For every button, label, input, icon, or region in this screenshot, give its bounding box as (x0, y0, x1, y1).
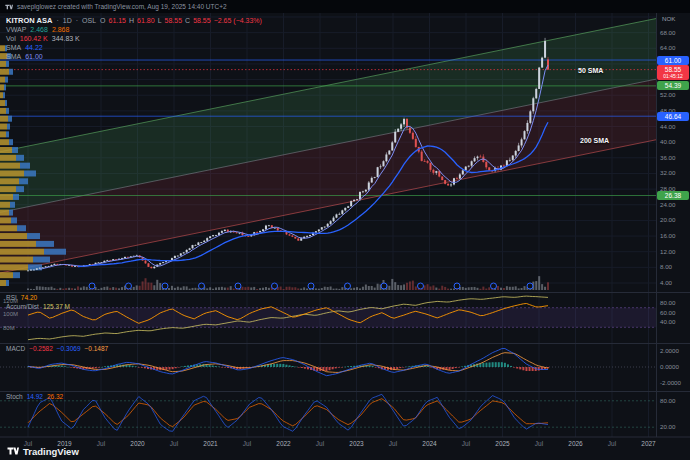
indicator-value: 74.20 (21, 294, 37, 302)
price-badge-value: 54.39 (657, 81, 689, 90)
indicator-value: 61.00 (25, 52, 43, 61)
ohlc-label: L (158, 16, 162, 25)
price-tick: 8.00 (660, 263, 672, 270)
indicator-name: RSI (6, 294, 17, 302)
ohlc-label: H (129, 16, 134, 25)
tradingview-logo[interactable]: TradingView (7, 445, 79, 457)
indicator-name: Accum/Dist (6, 303, 39, 311)
price-tick: 32.00 (660, 169, 675, 176)
indicator-value: −0.3069 (57, 345, 81, 353)
indicator-value: 14.92 (27, 393, 43, 401)
rsi-legend-row: RSI74.20 (6, 294, 37, 302)
time-tick: Jul (170, 440, 178, 447)
macd-legend-row: MACD−0.2582−0.3069−0.1487 (6, 345, 108, 353)
rsi-scale-label: 40.00 (660, 318, 675, 325)
indicator-name: SMA (6, 52, 21, 61)
tradingview-logo-icon (5, 3, 13, 11)
time-tick: Jul (608, 440, 616, 447)
time-tick: Jul (97, 440, 105, 447)
stoch-scale-label: 20.00 (660, 423, 675, 430)
rsi-scale-label: 80.00 (660, 299, 675, 306)
price-badge: 46.64 (657, 112, 689, 121)
macd-scale-label: 2.0000 (660, 347, 679, 354)
time-tick: 2026 (568, 440, 582, 447)
tradingview-logo-icon (7, 445, 19, 457)
indicator-name: Stoch (6, 393, 23, 401)
symbol-row: KITRON ASA · 1D · OSL O61.15H61.80L58.55… (6, 16, 262, 25)
ohlc-label: C (185, 16, 190, 25)
stoch-scale-label: 80.00 (660, 397, 675, 404)
time-tick: Jul (389, 440, 397, 447)
separator: · (56, 16, 58, 25)
indicator-value: 26.32 (47, 393, 63, 401)
rsi-scale-label: 60.00 (660, 309, 675, 316)
macd-scale-label: -2.0000 (660, 379, 681, 386)
symbol-legend: KITRON ASA · 1D · OSL O61.15H61.80L58.55… (6, 16, 262, 61)
time-tick: Jul (462, 440, 470, 447)
indicator-value: −0.1487 (85, 345, 109, 353)
attribution-text: saveplglowez created with TradingView.co… (17, 3, 227, 10)
indicator-name: VWAP (6, 25, 26, 34)
stoch-pane (0, 394, 656, 431)
indicator-value: 160.42 K (20, 34, 48, 43)
time-tick: 2027 (641, 440, 655, 447)
price-tick: 24.00 (660, 201, 675, 208)
price-tick: 52.00 (660, 91, 675, 98)
stoch-legend-row: Stoch14.9226.32 (6, 393, 63, 401)
indicator-legend-row: Vol160.42 K344.83 K (6, 34, 262, 43)
indicator-value: 44.22 (25, 43, 43, 52)
indicator-value: 2.468 (30, 25, 48, 34)
time-tick: Jul (535, 440, 543, 447)
tradingview-snapshot: saveplglowez created with TradingView.co… (0, 0, 690, 460)
indicator-legend-row: SMA61.00 (6, 52, 262, 61)
ohlc-value: 61.15 (109, 16, 127, 25)
indicator-value: 2.868 (52, 25, 70, 34)
time-tick: 2020 (130, 440, 144, 447)
bar-countdown: 01:45:12 (657, 74, 689, 80)
price-badge: 61.00 (657, 56, 689, 65)
exchange: OSL (82, 16, 96, 25)
time-tick: 2023 (349, 440, 363, 447)
time-tick: 2021 (203, 440, 217, 447)
indicator-name: SMA (6, 43, 21, 52)
indicator-value: 344.83 K (52, 34, 80, 43)
indicator-name: Vol (6, 34, 16, 43)
timeframe[interactable]: 1D (63, 16, 72, 25)
ohlc-value: −2.65 (−4.33%) (214, 16, 262, 25)
price-tick: 20.00 (660, 216, 675, 223)
rsi-legend-row: Accum/Dist125.37 M (6, 303, 70, 311)
accdist-scale-label: 80M (3, 325, 15, 331)
price-badge: 26.38 (657, 191, 689, 200)
price-badge-value: 61.00 (657, 56, 689, 65)
price-tick: 12.00 (660, 248, 675, 255)
ohlc-value: 58.55 (165, 16, 183, 25)
attribution-bar: saveplglowez created with TradingView.co… (0, 0, 690, 13)
accdist-scale-label: 100M (3, 311, 18, 317)
currency-label: NOK (662, 15, 675, 22)
time-tick: 2024 (422, 440, 436, 447)
sma50-label[interactable]: 50 SMA (578, 67, 603, 74)
price-badge-value: 26.38 (657, 191, 689, 200)
brand-name: TradingView (23, 446, 79, 457)
ohlc-value: 61.80 (137, 16, 155, 25)
price-badge-value: 46.64 (657, 112, 689, 121)
price-tick: 44.00 (660, 123, 675, 130)
indicator-legend-row: VWAP2.4682.868 (6, 25, 262, 34)
price-badge: 58.5501:45:12 (657, 65, 689, 80)
indicator-name: MACD (6, 345, 25, 353)
ohlc-label: O (100, 16, 105, 25)
indicator-legend-row: SMA44.22 (6, 43, 262, 52)
indicator-value: 125.37 M (43, 303, 70, 311)
symbol-name[interactable]: KITRON ASA (6, 16, 52, 25)
sma200-label[interactable]: 200 SMA (580, 137, 609, 144)
price-tick: 64.00 (660, 44, 675, 51)
price-badge: 54.39 (657, 81, 689, 90)
indicator-value: −0.2582 (29, 345, 53, 353)
time-tick: 2022 (276, 440, 290, 447)
time-tick: Jul (316, 440, 324, 447)
price-tick: 16.00 (660, 232, 675, 239)
time-tick: Jul (243, 440, 251, 447)
price-tick: 36.00 (660, 154, 675, 161)
ohlc-value: 58.55 (193, 16, 211, 25)
price-tick: 40.00 (660, 138, 675, 145)
